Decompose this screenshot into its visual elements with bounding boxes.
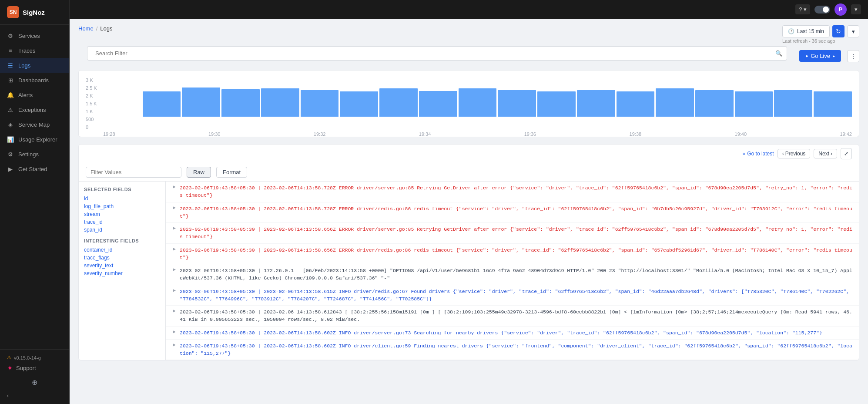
sidebar-item-service-map[interactable]: ◈ Service Map bbox=[0, 117, 69, 132]
log-entry-expand-icon[interactable]: ▶ bbox=[171, 267, 178, 272]
integrations-button[interactable]: ⊕ bbox=[7, 376, 62, 389]
log-entry-expand-icon[interactable]: ▶ bbox=[171, 308, 178, 313]
sidebar-item-logs[interactable]: ☰ Logs bbox=[0, 58, 69, 73]
chart-area: 3 K 2.5 K 2 K 1.5 K 1 K 500 0 19:28 19:3… bbox=[86, 77, 852, 130]
chart-bar[interactable] bbox=[577, 90, 615, 117]
sidebar-item-settings[interactable]: ⚙ Settings bbox=[0, 147, 69, 162]
refresh-button[interactable]: ↻ bbox=[832, 25, 845, 37]
chart-bar[interactable] bbox=[379, 88, 418, 117]
log-entry-expand-icon[interactable]: ▶ bbox=[171, 342, 178, 347]
field-span-id[interactable]: span_id bbox=[84, 226, 160, 234]
chart-bar[interactable] bbox=[498, 90, 536, 117]
field-severity-text[interactable]: severity_text bbox=[84, 262, 160, 269]
log-entry-expand-icon[interactable]: ▶ bbox=[171, 205, 178, 210]
dashboards-icon: ⊞ bbox=[7, 77, 14, 84]
logs-filter-row: Raw Format bbox=[79, 163, 859, 182]
chevron-left-icon: ‹ bbox=[7, 393, 9, 399]
interesting-fields-title: INTERESTING FIELDS bbox=[84, 238, 160, 243]
chart-bar[interactable] bbox=[695, 90, 734, 117]
log-entry-text: 2023-02-06T19:43:58+05:30 | 172.26.0.1 -… bbox=[180, 267, 854, 282]
field-trace-id[interactable]: trace_id bbox=[84, 218, 160, 226]
tab-raw[interactable]: Raw bbox=[187, 167, 211, 178]
selected-fields-title: SELECTED FIELDS bbox=[84, 187, 160, 192]
sidebar-item-alerts[interactable]: 🔔 Alerts bbox=[0, 88, 69, 102]
log-entry[interactable]: ▶2023-02-06T19:43:58+05:30 | 2023-02-06T… bbox=[166, 182, 859, 202]
sidebar-item-usage-explorer[interactable]: 📊 Usage Explorer bbox=[0, 132, 69, 147]
logs-icon: ☰ bbox=[7, 62, 14, 69]
chart-bar[interactable] bbox=[656, 88, 694, 117]
logo: SN SigNoz bbox=[0, 0, 69, 25]
log-entry[interactable]: ▶2023-02-06T19:43:58+05:30 | 2023-02-06T… bbox=[166, 327, 859, 340]
log-entry-expand-icon[interactable]: ▶ bbox=[171, 288, 178, 293]
field-id[interactable]: id bbox=[84, 195, 160, 202]
chart-bar[interactable] bbox=[143, 91, 181, 117]
collapse-sidebar-button[interactable]: ‹ bbox=[7, 393, 62, 399]
sidebar-item-get-started[interactable]: ▶ Get Started bbox=[0, 162, 69, 176]
go-to-latest-button[interactable]: « Go to latest bbox=[743, 151, 774, 157]
log-entry[interactable]: ▶2023-02-06T19:43:58+05:30 | 2023-02.06 … bbox=[166, 306, 859, 327]
theme-toggle[interactable] bbox=[814, 6, 830, 13]
log-entry[interactable]: ▶2023-02-06T19:43:58+05:30 | 172.26.0.1 … bbox=[166, 264, 859, 285]
clock-icon: 🕐 bbox=[788, 28, 794, 34]
chart-bar[interactable] bbox=[459, 88, 497, 117]
sidebar-bottom: ⚠ v0.15.0-14-g ✦ Support ⊕ ‹ bbox=[0, 349, 69, 404]
field-stream[interactable]: stream bbox=[84, 210, 160, 218]
next-button[interactable]: Next › bbox=[814, 149, 837, 158]
chart-bar[interactable] bbox=[537, 91, 576, 117]
breadcrumb-home[interactable]: Home bbox=[78, 25, 94, 32]
log-entry-expand-icon[interactable]: ▶ bbox=[171, 226, 178, 231]
user-menu-button[interactable]: ▾ bbox=[851, 4, 861, 14]
search-filter-bar: 🔍 bbox=[87, 46, 787, 61]
sidebar-item-exceptions[interactable]: ⚠ Exceptions bbox=[0, 102, 69, 117]
log-entry[interactable]: ▶2023-02-06T19:43:58+05:30 | 2023-02-06T… bbox=[166, 285, 859, 306]
chart-bar[interactable] bbox=[182, 88, 220, 117]
filter-values-input[interactable] bbox=[86, 167, 181, 178]
support-button[interactable]: ✦ Support bbox=[7, 364, 62, 372]
warning-icon: ⚠ bbox=[7, 355, 11, 360]
chart-bar[interactable] bbox=[774, 90, 812, 117]
sidebar-item-traces[interactable]: ≡ Traces bbox=[0, 43, 69, 58]
chart-bar[interactable] bbox=[419, 91, 457, 117]
log-entry[interactable]: ▶2023-02-06T19:43:58+05:30 | 2023-02-06T… bbox=[166, 340, 859, 360]
expand-logs-button[interactable]: ⤢ bbox=[841, 148, 852, 159]
log-entry[interactable]: ▶2023-02-06T19:43:58+05:30 | 2023-02-06T… bbox=[166, 202, 859, 223]
more-options-button[interactable]: ▾ bbox=[847, 25, 859, 37]
sidebar-item-label: Services bbox=[18, 33, 40, 39]
search-filter-input[interactable] bbox=[92, 47, 775, 60]
log-entry-expand-icon[interactable]: ▶ bbox=[171, 329, 178, 334]
refresh-icon: ↻ bbox=[836, 28, 841, 35]
help-button[interactable]: ? ▾ bbox=[795, 4, 810, 14]
avatar[interactable]: P bbox=[834, 3, 847, 16]
chart-x-axis: 19:28 19:30 19:32 19:34 19:36 19:38 19:4… bbox=[103, 131, 852, 137]
previous-button[interactable]: ‹ Previous bbox=[778, 149, 811, 158]
log-entry-expand-icon[interactable]: ▶ bbox=[171, 246, 178, 252]
go-live-button[interactable]: ● Go Live ▸ bbox=[799, 50, 841, 62]
tab-format[interactable]: Format bbox=[216, 167, 247, 178]
exceptions-icon: ⚠ bbox=[7, 106, 14, 113]
chart-bar[interactable] bbox=[814, 91, 852, 117]
logs-chart: 3 K 2.5 K 2 K 1.5 K 1 K 500 0 19:28 19:3… bbox=[78, 70, 859, 137]
field-severity-number[interactable]: severity_number bbox=[84, 269, 160, 277]
log-entry[interactable]: ▶2023-02-06T19:43:58+05:30 | 2023-02-06T… bbox=[166, 223, 859, 244]
log-entry-expand-icon[interactable]: ▶ bbox=[171, 184, 178, 189]
sidebar-item-label: Traces bbox=[18, 47, 35, 54]
chart-bar[interactable] bbox=[261, 88, 299, 117]
time-selector[interactable]: 🕐 Last 15 min bbox=[782, 25, 830, 37]
logo-icon: SN bbox=[7, 6, 19, 18]
sidebar-nav: ⚙ Services ≡ Traces ☰ Logs ⊞ Dashboards … bbox=[0, 25, 69, 349]
settings-icon: ⚙ bbox=[7, 151, 14, 158]
sidebar-item-services[interactable]: ⚙ Services bbox=[0, 28, 69, 43]
chart-bar[interactable] bbox=[340, 91, 378, 117]
search-options-button[interactable]: ⋮ bbox=[847, 50, 859, 62]
sidebar-item-dashboards[interactable]: ⊞ Dashboards bbox=[0, 73, 69, 88]
chart-bar[interactable] bbox=[617, 91, 655, 117]
field-trace-flags[interactable]: trace_flags bbox=[84, 254, 160, 262]
chart-bar[interactable] bbox=[735, 91, 773, 117]
chart-bars bbox=[103, 77, 852, 117]
field-container-id[interactable]: container_id bbox=[84, 246, 160, 254]
field-log-file-path[interactable]: log_file_path bbox=[84, 202, 160, 210]
log-entry[interactable]: ▶2023-02-06T19:43:58+05:30 | 2023-02-06T… bbox=[166, 244, 859, 265]
service-map-icon: ◈ bbox=[7, 121, 14, 128]
chart-bar[interactable] bbox=[301, 90, 339, 117]
chart-bar[interactable] bbox=[221, 89, 260, 117]
